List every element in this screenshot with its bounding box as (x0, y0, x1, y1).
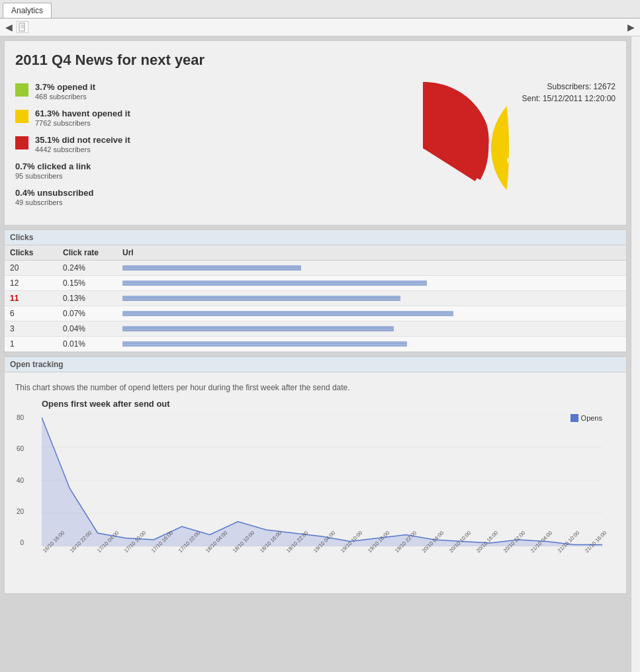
legend-item-unsub: 0.4% unsubscribed 49 subscribers (15, 188, 343, 206)
toolbar: ◀ ▶ (0, 19, 640, 36)
col-rate: Click rate (58, 245, 117, 261)
legend-color-opened (15, 83, 28, 97)
scrollbar-right[interactable] (631, 36, 640, 672)
table-row: 200.24% (5, 261, 626, 276)
y-label-20: 20 (17, 508, 24, 515)
table-row: 10.01% (5, 337, 626, 352)
click-url-bar (117, 321, 626, 337)
legend-item-clicked: 0.7% clicked a link 95 subscribers (15, 161, 343, 180)
click-url-bar (117, 291, 626, 306)
line-chart-svg (42, 414, 602, 546)
tracking-content: This chart shows the number of opend let… (5, 372, 626, 593)
click-rate: 0.04% (58, 321, 117, 337)
tracking-panel: Open tracking This chart shows the numbe… (4, 357, 627, 594)
sent-info: Sent: 15/12/2011 12:20:00 (522, 94, 616, 103)
pie-chart (357, 82, 489, 214)
line-chart-container: Opens 80 60 40 20 0 (42, 414, 602, 583)
click-rate: 0.07% (58, 306, 117, 321)
clicks-table: Clicks Click rate Url 200.24%120.15%110.… (5, 245, 626, 352)
legend-text-not-received: 35.1% did not receive it 4442 subscriber… (35, 135, 130, 153)
legend-color-not-received (15, 136, 28, 149)
chart-legend: Opens (571, 414, 602, 422)
legend-text-opened: 3.7% opened it 468 subscribers (35, 82, 95, 101)
legend-item-opened: 3.7% opened it 468 subscribers (15, 82, 343, 101)
y-axis: 80 60 40 20 0 (17, 414, 24, 546)
x-axis-labels: 16/10 16:0016/10 22:0017/10 04:0017/10 1… (42, 550, 602, 556)
file-icon[interactable] (17, 21, 28, 33)
pie-chart-css: 35.1%61.3% (489, 82, 509, 214)
table-row: 60.07% (5, 306, 626, 321)
click-url-bar (117, 337, 626, 352)
legend-opens-label: Opens (581, 414, 602, 422)
tracking-section-header: Open tracking (5, 357, 626, 372)
table-row: 30.04% (5, 321, 626, 337)
click-url-bar (117, 276, 626, 291)
click-rate: 0.24% (58, 261, 117, 276)
chart-title: Opens first week after send out (42, 399, 616, 409)
tab-bar: Analytics (0, 0, 640, 19)
click-rate: 0.15% (58, 276, 117, 291)
click-count: 1 (5, 337, 58, 352)
clicks-table-body: 200.24%120.15%110.13%60.07%30.04%10.01% (5, 261, 626, 352)
legend-section: 3.7% opened it 468 subscribers 61.3% hav… (15, 82, 343, 214)
y-label-80: 80 (17, 414, 24, 421)
click-url-bar (117, 261, 626, 276)
click-count: 12 (5, 276, 58, 291)
legend-item-not-opened: 61.3% havent opened it 7762 subscribers (15, 108, 343, 127)
table-row: 110.13% (5, 291, 626, 306)
subscribers-info: Subscribers: 12672 (522, 82, 616, 91)
svg-rect-0 (19, 23, 24, 31)
click-count: 20 (5, 261, 58, 276)
legend-opens-color (571, 414, 578, 422)
legend-item-not-received: 35.1% did not receive it 4442 subscriber… (15, 135, 343, 153)
chart-wrapper: Opens first week after send out Opens 80… (15, 399, 616, 583)
click-count: 11 (5, 291, 58, 306)
col-url: Url (117, 245, 626, 261)
clicks-table-header-row: Clicks Click rate Url (5, 245, 626, 261)
click-rate: 0.13% (58, 291, 117, 306)
col-clicks: Clicks (5, 245, 58, 261)
campaign-title: 2011 Q4 News for next year (15, 52, 616, 69)
click-rate: 0.01% (58, 337, 117, 352)
main-layout: 2011 Q4 News for next year 3.7% opened i… (0, 36, 640, 672)
tracking-desc: This chart shows the number of opend let… (15, 383, 616, 399)
stats-row: 3.7% opened it 468 subscribers 61.3% hav… (15, 82, 616, 214)
legend-text-not-opened: 61.3% havent opened it 7762 subscribers (35, 108, 130, 127)
campaign-panel: 2011 Q4 News for next year 3.7% opened i… (4, 40, 627, 226)
clicks-panel: Clicks Clicks Click rate Url 200.24%120.… (4, 230, 627, 353)
clicks-section-header: Clicks (5, 230, 626, 245)
nav-forward-icon[interactable]: ▶ (627, 22, 635, 32)
tab-analytics[interactable]: Analytics (3, 3, 52, 18)
click-count: 3 (5, 321, 58, 337)
click-url-bar (117, 306, 626, 321)
svg-text:61.3%: 61.3% (506, 155, 508, 165)
y-label-0: 0 (21, 539, 24, 546)
y-label-40: 40 (17, 477, 24, 484)
y-label-60: 60 (17, 445, 24, 452)
table-row: 120.15% (5, 276, 626, 291)
legend-text-clicked: 0.7% clicked a link 95 subscribers (15, 161, 91, 180)
x-axis-container: 16/10 16:0016/10 22:0017/10 04:0017/10 1… (42, 550, 602, 583)
legend-text-unsub: 0.4% unsubscribed 49 subscribers (15, 188, 93, 206)
pie-chart-section: 35.1%61.3% (357, 82, 509, 214)
content-area: 2011 Q4 News for next year 3.7% opened i… (0, 36, 631, 672)
nav-back-icon[interactable]: ◀ (5, 22, 13, 32)
campaign-info: Subscribers: 12672 Sent: 15/12/2011 12:2… (522, 82, 616, 103)
click-count: 6 (5, 306, 58, 321)
legend-color-not-opened (15, 110, 28, 123)
svg-marker-12 (42, 417, 602, 546)
